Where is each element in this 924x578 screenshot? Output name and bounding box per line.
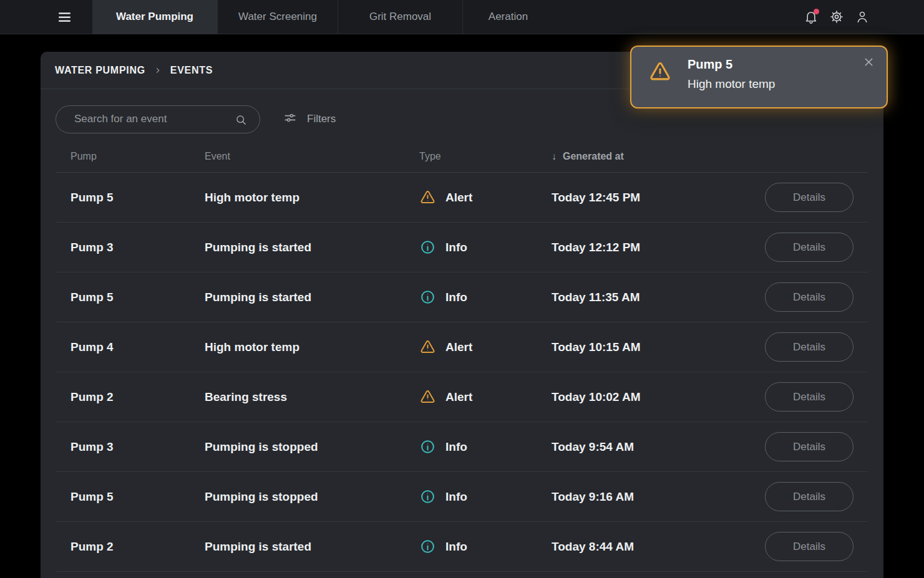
table-row: Pump 5 High motor temp Alert Today 12:45… bbox=[56, 173, 868, 223]
generated-cell: Today 10:02 AM bbox=[552, 390, 765, 404]
pump-cell: Pump 5 bbox=[71, 191, 205, 205]
event-cell: Pumping is stopped bbox=[205, 440, 419, 454]
details-button[interactable]: Details bbox=[765, 183, 853, 212]
info-circle-icon bbox=[419, 488, 436, 505]
info-circle-icon bbox=[419, 239, 436, 256]
col-header-generated-label: Generated at bbox=[563, 151, 624, 162]
generated-cell: Today 12:45 PM bbox=[552, 191, 765, 205]
warning-triangle-icon bbox=[648, 60, 672, 86]
details-button[interactable]: Details bbox=[765, 282, 853, 312]
type-cell: Info bbox=[419, 239, 552, 256]
generated-cell: Today 8:44 AM bbox=[552, 540, 765, 554]
details-button[interactable]: Details bbox=[765, 482, 853, 511]
top-nav: Water Pumping Water Screening Grit Remov… bbox=[0, 0, 924, 34]
alert-triangle-icon bbox=[419, 388, 436, 405]
toast-content: Pump 5 High motor temp bbox=[688, 57, 775, 91]
info-icon bbox=[419, 538, 436, 555]
app-root: Water Pumping Water Screening Grit Remov… bbox=[0, 0, 924, 578]
filters-label: Filters bbox=[307, 113, 336, 125]
event-cell: Pumping is started bbox=[205, 241, 419, 254]
col-header-event[interactable]: Event bbox=[205, 151, 419, 162]
info-icon bbox=[419, 289, 436, 306]
generated-cell: Today 11:35 AM bbox=[552, 291, 765, 304]
toolbar: Filters bbox=[56, 105, 868, 133]
info-circle-icon bbox=[419, 289, 436, 306]
hamburger-icon bbox=[56, 9, 73, 26]
info-icon bbox=[419, 438, 436, 455]
details-button[interactable]: Details bbox=[765, 332, 853, 362]
col-header-type[interactable]: Type bbox=[419, 151, 552, 162]
filters-button[interactable]: Filters bbox=[283, 111, 336, 128]
breadcrumb-water-pumping[interactable]: WATER PUMPING bbox=[55, 65, 145, 76]
pump-cell: Pump 2 bbox=[71, 540, 205, 554]
gear-icon bbox=[829, 9, 844, 24]
table-header: Pump Event Type ↓ Generated at bbox=[56, 141, 868, 173]
event-cell: High motor temp bbox=[205, 191, 419, 205]
event-cell: Bearing stress bbox=[205, 390, 419, 404]
filters-icon bbox=[283, 111, 297, 128]
menu-button[interactable] bbox=[0, 0, 92, 34]
toast-message: High motor temp bbox=[688, 77, 775, 91]
event-cell: Pumping is started bbox=[205, 540, 419, 554]
details-button[interactable]: Details bbox=[765, 233, 853, 262]
type-cell: Info bbox=[419, 488, 552, 505]
table-row: Pump 3 Pumping is stopped Info Today 9:5… bbox=[56, 422, 868, 472]
alert-icon bbox=[419, 189, 436, 206]
info-icon bbox=[419, 239, 436, 256]
chevron-right-icon bbox=[153, 66, 162, 75]
pump-cell: Pump 5 bbox=[71, 490, 205, 504]
alert-triangle-icon bbox=[419, 189, 436, 206]
user-button[interactable] bbox=[854, 9, 870, 25]
settings-button[interactable] bbox=[829, 9, 845, 25]
type-cell: Alert bbox=[419, 388, 552, 405]
tab-water-pumping[interactable]: Water Pumping bbox=[92, 0, 217, 34]
sort-down-arrow-icon: ↓ bbox=[552, 151, 557, 162]
alert-icon bbox=[419, 339, 436, 355]
table-row: Pump 5 Pumping is stopped Info Today 9:1… bbox=[56, 472, 868, 522]
col-header-generated[interactable]: ↓ Generated at bbox=[552, 151, 765, 162]
generated-cell: Today 9:16 AM bbox=[552, 490, 765, 504]
tab-aeration[interactable]: Aeration bbox=[462, 0, 553, 34]
alert-toast: Pump 5 High motor temp bbox=[630, 46, 888, 108]
toast-close-button[interactable] bbox=[862, 55, 875, 69]
alert-triangle-icon bbox=[419, 339, 436, 355]
pump-cell: Pump 4 bbox=[71, 340, 205, 354]
generated-cell: Today 12:12 PM bbox=[552, 241, 765, 254]
type-cell: Info bbox=[419, 438, 552, 455]
details-button[interactable]: Details bbox=[765, 532, 853, 561]
info-circle-icon bbox=[419, 438, 436, 455]
events-panel: WATER PUMPING EVENTS bbox=[41, 52, 883, 578]
breadcrumb-events: EVENTS bbox=[170, 65, 213, 76]
col-header-pump[interactable]: Pump bbox=[71, 151, 205, 162]
details-button[interactable]: Details bbox=[765, 382, 853, 412]
nav-actions bbox=[803, 0, 924, 34]
details-button[interactable]: Details bbox=[765, 432, 853, 461]
event-cell: Pumping is started bbox=[205, 291, 419, 304]
pump-cell: Pump 3 bbox=[71, 241, 205, 254]
events-table-body: Pump 5 High motor temp Alert Today 12:45… bbox=[41, 173, 883, 572]
type-cell: Info bbox=[419, 289, 552, 306]
pump-cell: Pump 3 bbox=[71, 440, 205, 454]
event-cell: Pumping is stopped bbox=[205, 490, 419, 504]
table-row: Pump 2 Bearing stress Alert Today 10:02 … bbox=[56, 372, 868, 422]
type-cell: Alert bbox=[419, 189, 552, 206]
alert-icon bbox=[419, 388, 436, 405]
tab-grit-removal[interactable]: Grit Removal bbox=[338, 0, 462, 34]
pump-cell: Pump 5 bbox=[71, 291, 205, 304]
toast-title: Pump 5 bbox=[688, 57, 775, 72]
search-input[interactable] bbox=[56, 106, 260, 133]
close-icon bbox=[862, 61, 875, 70]
user-icon bbox=[855, 9, 870, 24]
notification-dot bbox=[814, 9, 819, 14]
tab-water-screening[interactable]: Water Screening bbox=[217, 0, 338, 34]
generated-cell: Today 9:54 AM bbox=[552, 440, 765, 454]
type-cell: Alert bbox=[419, 339, 552, 355]
info-icon bbox=[419, 488, 436, 505]
table-row: Pump 3 Pumping is started Info Today 12:… bbox=[56, 223, 868, 272]
notifications-button[interactable] bbox=[803, 9, 819, 25]
pump-cell: Pump 2 bbox=[71, 390, 205, 404]
search-field bbox=[56, 105, 260, 133]
event-cell: High motor temp bbox=[205, 340, 419, 354]
table-row: Pump 5 Pumping is started Info Today 11:… bbox=[56, 272, 868, 322]
type-cell: Info bbox=[419, 538, 552, 555]
